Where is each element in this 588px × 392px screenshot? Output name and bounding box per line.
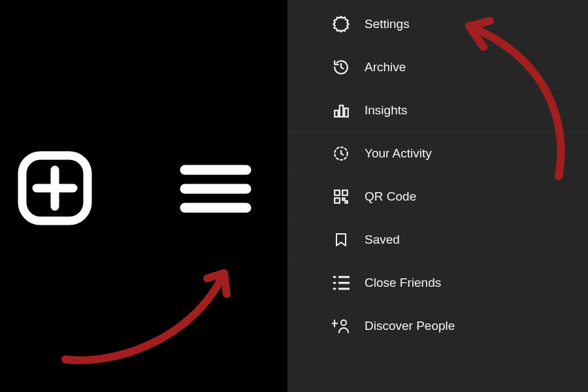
archive-icon [332,58,350,76]
menu-item-close-friends[interactable]: Close Friends [287,261,588,304]
discover-people-icon [332,317,350,335]
svg-point-23 [341,320,346,325]
insights-icon [332,101,350,120]
qr-code-icon [332,188,350,206]
svg-rect-10 [335,190,340,195]
create-post-button[interactable] [17,150,93,229]
menu-item-discover-people[interactable]: Discover People [287,304,588,347]
hamburger-menu-button[interactable] [180,163,252,217]
menu-item-archive[interactable]: Archive [287,45,588,88]
svg-rect-14 [346,201,348,203]
menu-item-qr-code[interactable]: QR Code [287,174,588,218]
menu-item-insights[interactable]: Insights [287,88,588,131]
menu-item-label: Your Activity [365,146,432,161]
menu-item-label: QR Code [365,189,416,204]
menu-item-your-activity[interactable]: Your Activity [287,131,588,174]
your-activity-icon [332,144,350,163]
menu-item-label: Close Friends [365,276,441,290]
menu-item-label: Discover People [365,319,455,333]
menu-item-label: Saved [365,233,400,247]
svg-rect-16 [338,276,350,278]
options-menu-panel: Settings Archive Insights [287,0,588,392]
svg-rect-11 [342,190,348,195]
close-friends-icon [332,274,350,292]
create-post-icon [17,217,93,228]
annotation-arrow-to-hamburger [56,242,265,372]
menu-item-label: Insights [365,103,407,118]
menu-item-saved[interactable]: Saved [287,218,588,261]
menu-item-label: Settings [365,17,410,31]
svg-rect-8 [344,108,348,116]
svg-marker-17 [333,282,336,284]
svg-marker-19 [333,287,336,290]
hamburger-menu-icon [180,205,252,216]
svg-rect-12 [335,198,340,203]
settings-icon [332,15,350,33]
menu-item-label: Archive [365,60,406,74]
svg-rect-18 [338,282,350,284]
svg-rect-13 [342,198,344,200]
svg-rect-6 [335,110,338,117]
saved-icon [332,231,350,249]
svg-rect-7 [340,105,343,116]
menu-item-settings[interactable]: Settings [287,3,588,45]
svg-marker-15 [333,276,336,278]
profile-header-area [0,0,287,392]
svg-rect-20 [338,287,350,289]
